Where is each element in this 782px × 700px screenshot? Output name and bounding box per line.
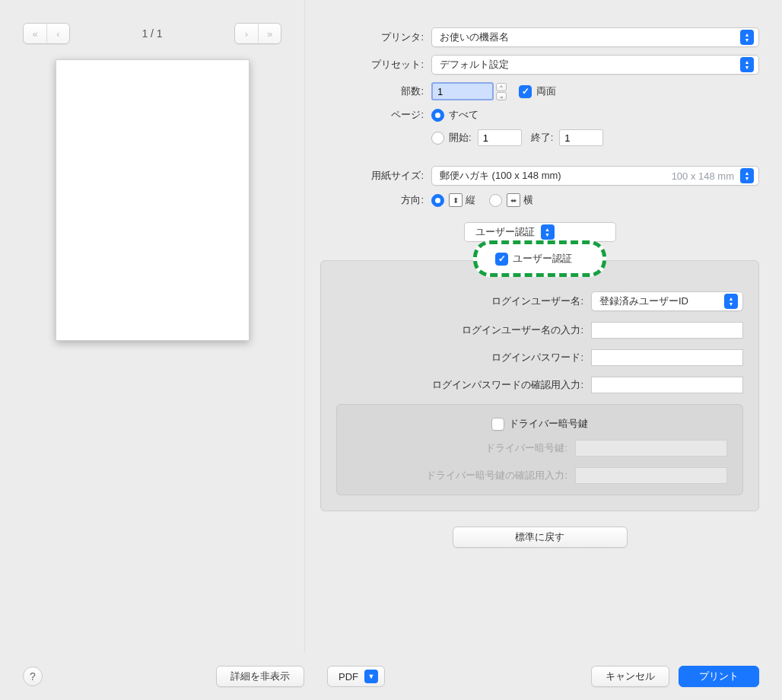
login-user-select[interactable]: 登録済みユーザーID ▲▼ [591, 291, 743, 311]
next-page-button[interactable]: › [235, 24, 258, 43]
updown-icon: ▲▼ [740, 57, 754, 72]
copies-up[interactable]: ^ [496, 83, 507, 91]
preset-select[interactable]: デフォルト設定 ▲▼ [431, 55, 759, 75]
driver-key-label: ドライバー暗号鍵: [352, 441, 575, 455]
copies-stepper[interactable]: ^ ⌄ [431, 82, 507, 100]
orientation-portrait-radio[interactable] [431, 194, 444, 207]
user-auth-label: ユーザー認証 [513, 252, 572, 266]
two-sided-checkbox[interactable]: ✓ [519, 85, 532, 98]
login-user-label: ログインユーザー名: [336, 294, 591, 308]
page-preview [56, 59, 250, 341]
driver-key-box: ドライバー暗号鍵 ドライバー暗号鍵: ドライバー暗号鍵の確認用入力: [336, 404, 743, 495]
preview-prev-group[interactable]: « ‹ [23, 23, 70, 44]
help-button[interactable]: ? [23, 667, 43, 686]
print-button[interactable]: プリント [679, 666, 759, 687]
printer-label: プリンタ: [320, 30, 431, 44]
user-auth-checkbox[interactable]: ✓ [495, 253, 508, 266]
prev-page-button[interactable]: ‹ [46, 24, 69, 43]
copies-input[interactable] [431, 82, 494, 100]
portrait-icon: ⬍ [449, 193, 463, 207]
orientation-portrait-label: 縦 [466, 193, 475, 207]
auth-details-box: ログインユーザー名: 登録済みユーザーID ▲▼ ログインユーザー名の入力: ロ… [320, 260, 759, 511]
updown-icon: ▲▼ [724, 294, 738, 309]
driver-key-confirm-input [575, 467, 727, 484]
first-page-button[interactable]: « [24, 24, 46, 43]
orientation-label: 方向: [320, 193, 431, 207]
pages-to-label: 終了: [531, 131, 554, 145]
updown-icon: ▲▼ [740, 30, 754, 45]
orientation-landscape-radio[interactable] [489, 194, 502, 207]
pages-label: ページ: [320, 108, 431, 122]
landscape-icon: ⬌ [507, 193, 520, 207]
pages-from-label: 開始: [449, 131, 472, 145]
preview-pane: « ‹ 1 / 1 › » [0, 0, 304, 653]
reset-button[interactable]: 標準に戻す [453, 527, 628, 548]
pages-to-input[interactable] [559, 129, 603, 146]
last-page-button[interactable]: » [258, 24, 281, 43]
login-password-input[interactable] [591, 349, 743, 366]
driver-key-input [575, 440, 727, 457]
pages-from-input[interactable] [478, 129, 522, 146]
hide-details-button[interactable]: 詳細を非表示 [216, 666, 304, 687]
settings-pane: プリンタ: お使いの機器名 ▲▼ プリセット: デフォルト設定 ▲▼ 部数: [304, 0, 782, 653]
pages-all-radio[interactable] [431, 109, 444, 122]
updown-icon: ▲▼ [740, 168, 754, 183]
login-password-confirm-label: ログインパスワードの確認用入力: [336, 378, 591, 392]
page-indicator: 1 / 1 [141, 27, 162, 40]
pages-range-radio[interactable] [431, 132, 444, 145]
footer: ? 詳細を非表示 PDF ▼ キャンセル プリント [0, 653, 782, 700]
two-sided-label: 両面 [536, 84, 556, 98]
copies-down[interactable]: ⌄ [496, 92, 507, 100]
driver-key-checkbox[interactable] [491, 418, 504, 431]
pdf-menu-button[interactable]: PDF ▼ [327, 666, 385, 687]
driver-key-confirm-label: ドライバー暗号鍵の確認用入力: [352, 469, 575, 482]
chevron-down-icon: ▼ [364, 670, 378, 683]
paper-size-label: 用紙サイズ: [320, 169, 431, 183]
login-user-input[interactable] [591, 322, 743, 339]
printer-select[interactable]: お使いの機器名 ▲▼ [431, 27, 759, 47]
login-user-input-label: ログインユーザー名の入力: [336, 323, 591, 337]
driver-key-checkbox-label: ドライバー暗号鍵 [509, 417, 588, 431]
paper-size-select[interactable]: 郵便ハガキ (100 x 148 mm) 100 x 148 mm ▲▼ [431, 166, 759, 186]
login-password-confirm-input[interactable] [591, 377, 743, 393]
orientation-landscape-label: 横 [523, 193, 533, 207]
pages-all-label: すべて [449, 108, 478, 122]
copies-label: 部数: [320, 84, 431, 98]
login-password-label: ログインパスワード: [336, 351, 591, 364]
preset-label: プリセット: [320, 58, 431, 72]
user-auth-highlight: ✓ ユーザー認証 [473, 240, 606, 277]
cancel-button[interactable]: キャンセル [591, 666, 669, 687]
preview-next-group[interactable]: › » [234, 23, 281, 44]
updown-icon: ▲▼ [541, 224, 555, 240]
section-select[interactable]: ユーザー認証 ▲▼ [464, 222, 616, 242]
